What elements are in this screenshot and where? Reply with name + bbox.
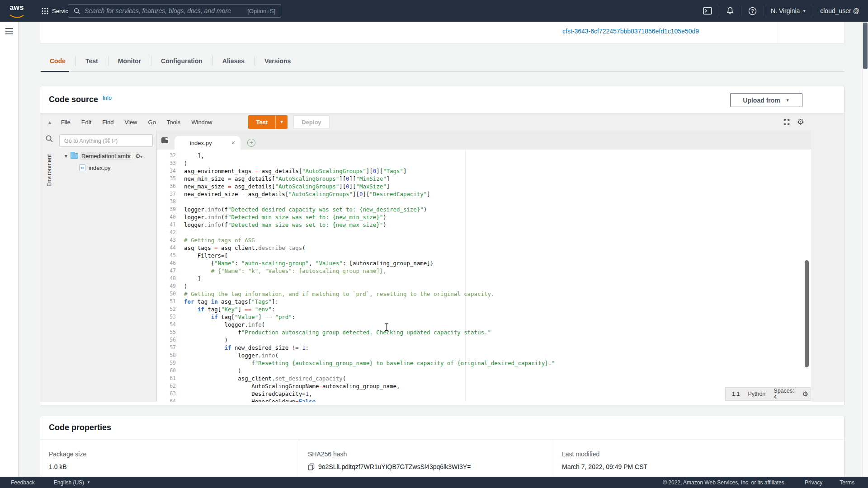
line-number[interactable]: 44: [157, 244, 184, 252]
collapse-panel-icon[interactable]: ▲: [47, 120, 52, 125]
editor-menu-tools[interactable]: Tools: [167, 119, 180, 126]
last-modified-label: Last modified: [562, 450, 835, 458]
line-number[interactable]: 32: [157, 152, 184, 160]
account-menu[interactable]: cloud_user @: [813, 0, 866, 22]
feedback-link[interactable]: Feedback: [11, 479, 35, 486]
line-number[interactable]: 34: [157, 167, 184, 175]
editor-menu-window[interactable]: Window: [191, 119, 212, 126]
top-navigation-bar: aws Services Search for services, featur…: [0, 0, 868, 22]
line-number[interactable]: 49: [157, 282, 184, 290]
line-number[interactable]: 50: [157, 290, 184, 298]
deploy-button[interactable]: Deploy: [293, 115, 329, 129]
tree-file-row[interactable]: <> index.py: [79, 163, 156, 173]
info-link[interactable]: Info: [103, 95, 112, 101]
line-number[interactable]: 36: [157, 183, 184, 190]
fullscreen-icon[interactable]: [783, 118, 790, 126]
editor-scrollbar-thumb[interactable]: [805, 260, 809, 367]
editor-menu-view[interactable]: View: [125, 119, 137, 126]
tab-size[interactable]: Spaces: 4: [774, 388, 794, 400]
test-button[interactable]: Test: [248, 115, 275, 129]
region-selector[interactable]: N. Virginia ▼: [764, 0, 813, 22]
code-text: if new_desired_size != 1:: [184, 344, 309, 352]
line-number[interactable]: 57: [157, 344, 184, 352]
tree-expand-caret-icon[interactable]: ▼: [64, 154, 68, 159]
environment-panel-tab[interactable]: Environment: [46, 154, 52, 187]
editor-tab-indexpy[interactable]: index.py ×: [175, 136, 241, 150]
code-line: 45 Filters=[: [157, 252, 811, 259]
syntax-mode[interactable]: Python: [748, 391, 765, 397]
line-number[interactable]: 33: [157, 160, 184, 167]
global-search-input[interactable]: Search for services, features, blogs, do…: [68, 4, 281, 18]
line-number[interactable]: 37: [157, 190, 184, 198]
close-tab-icon[interactable]: ×: [231, 139, 235, 146]
language-selector[interactable]: English (US) ▼: [54, 479, 90, 486]
tree-settings-gear-icon[interactable]: ⚙▾: [135, 153, 142, 160]
terms-link[interactable]: Terms: [840, 479, 854, 486]
copy-icon[interactable]: [308, 463, 315, 470]
code-line: 40logger.info(f"Detected min size was se…: [157, 213, 811, 221]
page-scrollbar-thumb[interactable]: [863, 23, 868, 69]
stack-link[interactable]: cfst-3643-6cf722457bbb0371856efd1c105e50…: [562, 28, 699, 35]
line-number[interactable]: 60: [157, 367, 184, 375]
line-number[interactable]: 61: [157, 375, 184, 382]
editor-menu-edit[interactable]: Edit: [81, 119, 91, 126]
cloudshell-button[interactable]: [696, 0, 719, 22]
line-number[interactable]: 41: [157, 221, 184, 229]
tab-code[interactable]: Code: [40, 51, 75, 71]
test-button-caret[interactable]: ▼: [275, 115, 288, 129]
test-split-button[interactable]: Test ▼: [248, 115, 288, 129]
line-number[interactable]: 55: [157, 328, 184, 336]
line-number[interactable]: 59: [157, 359, 184, 367]
line-number[interactable]: 64: [157, 398, 184, 402]
code-line: 33): [157, 160, 811, 167]
tab-configuration[interactable]: Configuration: [151, 51, 212, 71]
line-number[interactable]: 39: [157, 206, 184, 213]
code-line: 54 logger.info(: [157, 321, 811, 328]
cursor-position[interactable]: 1:1: [732, 391, 740, 397]
line-number[interactable]: 47: [157, 267, 184, 275]
tab-aliases[interactable]: Aliases: [212, 51, 255, 71]
line-number[interactable]: 53: [157, 313, 184, 321]
line-number[interactable]: 45: [157, 252, 184, 259]
file-search-icon[interactable]: [45, 135, 53, 143]
editor-menu-go[interactable]: Go: [148, 119, 156, 126]
editor-settings-gear-icon[interactable]: ⚙: [797, 118, 804, 126]
code-source-card: Code source Info Upload from ▼ ▲ FileEdi…: [40, 86, 844, 405]
editor-menu-file[interactable]: File: [61, 119, 71, 126]
privacy-link[interactable]: Privacy: [805, 479, 822, 486]
line-number[interactable]: 43: [157, 236, 184, 244]
line-number[interactable]: 56: [157, 336, 184, 344]
line-number[interactable]: 48: [157, 275, 184, 282]
tab-list-icon[interactable]: [161, 137, 168, 143]
collapsed-side-navigation: [0, 22, 19, 477]
line-number[interactable]: 35: [157, 175, 184, 183]
code-line: 64 HonorCooldown=False: [157, 398, 811, 402]
code-editor-area[interactable]: 32 ],33)34asg_environment_tags = asg_det…: [157, 150, 811, 402]
goto-anything-input[interactable]: Go to Anything (⌘ P): [59, 134, 153, 147]
line-number[interactable]: 46: [157, 259, 184, 267]
line-number[interactable]: 58: [157, 352, 184, 359]
line-number[interactable]: 40: [157, 213, 184, 221]
line-number[interactable]: 63: [157, 390, 184, 398]
statusbar-settings-gear-icon[interactable]: ⚙: [802, 391, 808, 398]
upload-from-button[interactable]: Upload from ▼: [730, 93, 802, 107]
new-tab-plus-icon[interactable]: +: [247, 139, 255, 147]
code-line: 51for tag in asg_tags["Tags"]:: [157, 298, 811, 305]
line-number[interactable]: 54: [157, 321, 184, 328]
tree-folder-row[interactable]: ▼ RemediationLambda ⚙▾: [64, 150, 156, 161]
tab-versions[interactable]: Versions: [255, 51, 301, 71]
notifications-button[interactable]: [719, 0, 741, 22]
page-scrollbar[interactable]: [862, 22, 868, 477]
line-number[interactable]: 38: [157, 198, 184, 206]
code-line: 49): [157, 282, 811, 290]
aws-logo[interactable]: aws: [8, 4, 26, 20]
line-number[interactable]: 62: [157, 382, 184, 390]
help-button[interactable]: ?: [741, 0, 764, 22]
line-number[interactable]: 51: [157, 298, 184, 305]
tab-test[interactable]: Test: [75, 51, 108, 71]
line-number[interactable]: 52: [157, 305, 184, 313]
editor-menu-find[interactable]: Find: [102, 119, 113, 126]
menu-hamburger-icon[interactable]: [5, 28, 13, 36]
line-number[interactable]: 42: [157, 229, 184, 236]
tab-monitor[interactable]: Monitor: [108, 51, 151, 71]
